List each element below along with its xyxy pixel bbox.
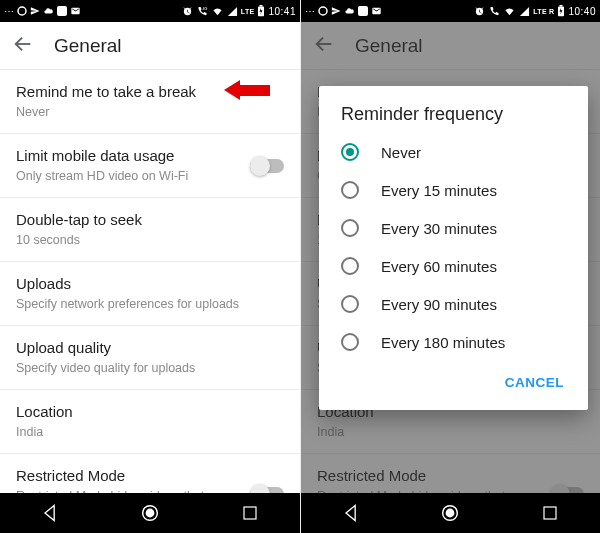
option-label: Every 15 minutes [381, 182, 497, 199]
setting-subtitle: Specify video quality for uploads [16, 360, 284, 376]
setting-limit-data[interactable]: Limit mobile data usage Only stream HD v… [0, 134, 300, 198]
wifi-icon [503, 6, 516, 17]
signal-icon [519, 6, 530, 17]
option-label: Every 90 minutes [381, 296, 497, 313]
app-icon [358, 6, 368, 16]
status-bar: ⋯ LTE R 10:40 [301, 0, 600, 22]
nav-home-icon[interactable] [430, 493, 470, 533]
radio-icon [341, 333, 359, 351]
svg-point-8 [319, 7, 327, 15]
send-icon [331, 6, 341, 16]
setting-title: Upload quality [16, 339, 284, 358]
network-label: LTE [241, 8, 255, 15]
status-left-icons: ⋯ [305, 6, 382, 17]
setting-upload-quality[interactable]: Upload quality Specify video quality for… [0, 326, 300, 390]
volte-icon [488, 6, 500, 17]
option-label: Every 60 minutes [381, 258, 497, 275]
cloud-icon [43, 6, 54, 16]
svg-rect-7 [244, 507, 256, 519]
dialog-title: Reminder frequency [319, 104, 588, 133]
setting-location[interactable]: Location India [0, 390, 300, 454]
radio-icon [341, 219, 359, 237]
nav-recent-icon[interactable] [230, 493, 270, 533]
svg-rect-4 [260, 5, 263, 7]
mail-icon [371, 6, 382, 16]
alarm-icon [182, 6, 193, 17]
status-right-icons: LTE R 10:40 [474, 5, 596, 17]
svg-rect-11 [560, 5, 563, 7]
radio-icon [341, 257, 359, 275]
signal-icon [227, 6, 238, 17]
option-90[interactable]: Every 90 minutes [319, 285, 588, 323]
settings-list: Remind me to take a break Never Limit mo… [0, 70, 300, 533]
circle-icon [17, 6, 27, 16]
setting-title: Location [16, 403, 284, 422]
battery-charging-icon [557, 5, 565, 17]
nav-recent-icon[interactable] [530, 493, 570, 533]
setting-subtitle: India [16, 424, 284, 440]
dialog-actions: CANCEL [319, 361, 588, 402]
back-icon[interactable] [12, 33, 34, 59]
more-icon: ⋯ [4, 6, 14, 17]
nav-bar [0, 493, 300, 533]
reminder-frequency-dialog: Reminder frequency Never Every 15 minute… [319, 86, 588, 410]
circle-icon [318, 6, 328, 16]
setting-title: Uploads [16, 275, 284, 294]
option-never[interactable]: Never [319, 133, 588, 171]
more-icon: ⋯ [305, 6, 315, 17]
wifi-icon [211, 6, 224, 17]
network-label: LTE R [533, 8, 554, 15]
app-bar: General [0, 22, 300, 70]
status-bar: ⋯ 4G LTE 10:41 [0, 0, 300, 22]
phone-left: ⋯ 4G LTE 10:41 General [0, 0, 300, 533]
cloud-icon [344, 6, 355, 16]
radio-icon [341, 181, 359, 199]
setting-double-tap[interactable]: Double-tap to seek 10 seconds [0, 198, 300, 262]
option-label: Every 30 minutes [381, 220, 497, 237]
send-icon [30, 6, 40, 16]
option-15[interactable]: Every 15 minutes [319, 171, 588, 209]
setting-subtitle: Only stream HD video on Wi-Fi [16, 168, 250, 184]
svg-point-6 [146, 509, 153, 516]
status-left-icons: ⋯ [4, 6, 81, 17]
svg-rect-1 [57, 6, 67, 16]
svg-rect-14 [544, 507, 556, 519]
app-icon [57, 6, 67, 16]
option-60[interactable]: Every 60 minutes [319, 247, 588, 285]
status-time: 10:40 [568, 6, 596, 17]
setting-title: Limit mobile data usage [16, 147, 250, 166]
volte-icon: 4G [196, 6, 208, 17]
status-time: 10:41 [268, 6, 296, 17]
toggle-switch[interactable] [250, 156, 284, 176]
setting-title: Restricted Mode [16, 467, 250, 486]
nav-bar [301, 493, 600, 533]
battery-charging-icon [257, 5, 265, 17]
status-right-icons: 4G LTE 10:41 [182, 5, 296, 17]
radio-icon [341, 295, 359, 313]
option-label: Every 180 minutes [381, 334, 505, 351]
svg-text:4G: 4G [202, 7, 207, 11]
alarm-icon [474, 6, 485, 17]
svg-rect-9 [358, 6, 368, 16]
svg-point-13 [447, 509, 454, 516]
nav-home-icon[interactable] [130, 493, 170, 533]
annotation-arrow-icon [224, 80, 270, 100]
setting-uploads[interactable]: Uploads Specify network preferences for … [0, 262, 300, 326]
nav-back-icon[interactable] [30, 493, 70, 533]
setting-subtitle: Never [16, 104, 284, 120]
setting-title: Double-tap to seek [16, 211, 284, 230]
cancel-button[interactable]: CANCEL [495, 367, 574, 398]
option-30[interactable]: Every 30 minutes [319, 209, 588, 247]
page-title: General [54, 35, 122, 57]
setting-subtitle: 10 seconds [16, 232, 284, 248]
option-180[interactable]: Every 180 minutes [319, 323, 588, 361]
radio-icon [341, 143, 359, 161]
option-label: Never [381, 144, 421, 161]
setting-subtitle: Specify network preferences for uploads [16, 296, 284, 312]
phone-right: ⋯ LTE R 10:40 General [300, 0, 600, 533]
nav-back-icon[interactable] [331, 493, 371, 533]
svg-point-0 [18, 7, 26, 15]
mail-icon [70, 6, 81, 16]
